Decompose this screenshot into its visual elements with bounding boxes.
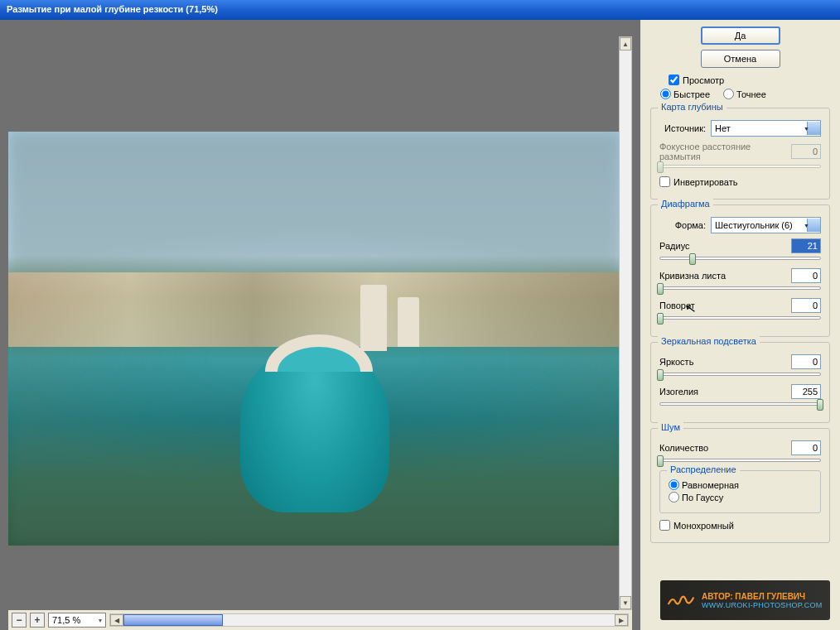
shape-select[interactable]: Шестиугольник (6) [711,217,821,233]
curvature-slider-thumb[interactable] [657,283,664,295]
amount-slider[interactable] [659,459,821,462]
scroll-left-button[interactable]: ◀ [110,614,123,626]
distribution-title: Распределение [667,464,740,474]
amount-label: Количество [659,443,708,453]
brightness-label: Яркость [659,357,693,367]
invert-checkbox[interactable] [659,176,670,187]
watermark-logo-icon [667,590,695,610]
rotation-slider-thumb[interactable] [657,313,664,325]
precise-radio[interactable] [723,89,734,99]
gaussian-radio[interactable] [669,492,679,503]
radius-slider[interactable] [659,257,821,260]
scroll-right-button[interactable]: ▶ [615,614,628,626]
source-select[interactable]: Нет [711,120,821,137]
depth-map-title: Карта глубины [658,102,727,112]
cancel-button[interactable]: Отмена [701,50,780,68]
main-container: ▲ ▼ − + 71,5 % ◀ ▶ Да Отмена Просмотр Бы… [0,20,840,630]
threshold-slider[interactable] [659,402,821,406]
focal-label: Фокусное расстояние размытия [659,142,791,161]
noise-group: Шум Количество Распределение Равномерная… [650,428,830,543]
distribution-group: Распределение Равномерная По Гауссу [659,470,821,513]
precise-radio-label: Точнее [736,89,766,99]
noise-title: Шум [658,422,683,432]
curvature-input[interactable] [791,268,821,283]
threshold-slider-thumb[interactable] [817,399,823,411]
uniform-label: Равномерная [682,480,739,490]
zoom-value-dropdown[interactable]: 71,5 % [48,613,106,628]
scroll-down-button[interactable]: ▼ [620,596,631,609]
zoom-value-text: 71,5 % [52,615,80,625]
specular-title: Зеркальная подсветка [658,336,760,346]
focal-input [791,144,821,159]
uniform-radio[interactable] [669,479,679,490]
settings-panel: Да Отмена Просмотр Быстрее Точнее Карта … [640,20,840,630]
zoom-toolbar: − + 71,5 % ◀ ▶ [8,610,632,630]
zoom-out-button[interactable]: − [12,613,27,628]
rotation-input[interactable] [791,298,821,313]
curvature-slider[interactable] [659,286,821,290]
curvature-label: Кривизна листа [659,271,726,281]
radius-input[interactable] [791,238,821,253]
monochrome-label: Монохромный [673,521,734,531]
gaussian-label: По Гауссу [682,493,723,503]
fast-radio[interactable] [660,89,671,99]
ok-button[interactable]: Да [701,26,780,45]
brightness-slider[interactable] [659,373,821,376]
invert-label: Инвертировать [673,177,737,187]
iris-title: Диафрагма [658,199,713,209]
scroll-thumb[interactable] [123,614,223,626]
shape-label: Форма: [659,220,706,230]
preview-canvas[interactable]: ▲ ▼ [8,28,632,610]
watermark-url: WWW.UROKI-PHOTOSHOP.COM [702,601,823,609]
rotation-label: Поворот [659,301,695,310]
radius-label: Радиус [659,241,690,251]
preview-checkbox[interactable] [669,75,679,85]
scroll-up-button[interactable]: ▲ [620,37,631,50]
watermark-author: АВТОР: ПАВЕЛ ГУЛЕВИЧ [702,592,823,601]
iris-group: Диафрагма Форма: Шестиугольник (6) ▼ Рад… [650,204,830,337]
threshold-label: Изогелия [659,387,698,397]
preview-image [8,132,621,546]
monochrome-checkbox[interactable] [659,520,670,531]
fast-radio-label: Быстрее [673,89,710,99]
radius-slider-thumb[interactable] [689,253,696,265]
vertical-scrollbar[interactable]: ▲ ▼ [619,36,632,610]
depth-map-group: Карта глубины Источник: Нет ▼ Фокусное р… [650,108,830,200]
specular-group: Зеркальная подсветка Яркость Изогелия [650,342,830,423]
window-titlebar: Размытие при малой глубине резкости (71,… [0,0,840,20]
zoom-in-button[interactable]: + [30,613,45,628]
window-title: Размытие при малой глубине резкости (71,… [7,4,218,14]
preview-checkbox-label: Просмотр [683,75,724,85]
brightness-slider-thumb[interactable] [657,369,664,381]
horizontal-scrollbar[interactable]: ◀ ▶ [109,613,629,627]
source-label: Источник: [659,123,706,133]
amount-input[interactable] [791,440,821,455]
watermark: АВТОР: ПАВЕЛ ГУЛЕВИЧ WWW.UROKI-PHOTOSHOP… [660,580,830,620]
focal-slider [659,165,821,168]
preview-area: ▲ ▼ − + 71,5 % ◀ ▶ [0,20,640,630]
rotation-slider[interactable] [659,316,821,320]
brightness-input[interactable] [791,354,821,369]
amount-slider-thumb[interactable] [657,455,664,467]
threshold-input[interactable] [791,384,821,399]
